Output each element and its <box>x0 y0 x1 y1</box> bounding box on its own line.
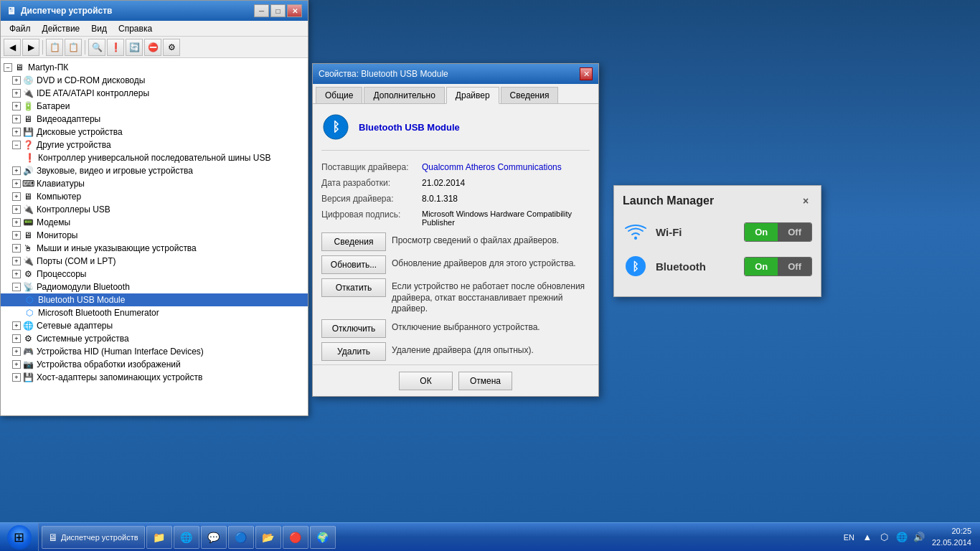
tree-expand-video[interactable]: + <box>12 115 21 123</box>
tree-item-video[interactable]: + 🖥 Видеоадаптеры <box>1 113 308 126</box>
tree-expand-computer[interactable]: + <box>12 192 21 201</box>
details-button[interactable]: Сведения <box>321 232 386 251</box>
tree-item-net[interactable]: + 🌐 Сетевые адаптеры <box>1 319 308 332</box>
toolbar-btn3[interactable]: 🔍 <box>88 39 105 56</box>
tree-expand-bt-radios[interactable]: − <box>12 283 21 291</box>
taskbar-app6[interactable]: 📂 <box>255 526 281 549</box>
toolbar-btn1[interactable]: 📋 <box>46 39 63 56</box>
start-button[interactable]: ⊞ <box>0 523 39 552</box>
lm-close-button[interactable]: × <box>799 194 812 207</box>
tree-item-img[interactable]: + 📷 Устройства обработки изображений <box>1 358 308 371</box>
toolbar-btn6[interactable]: ⛔ <box>144 39 161 56</box>
taskbar-app2[interactable]: 📁 <box>146 526 172 549</box>
tree-root[interactable]: − 🖥 Martyn-ПК <box>1 61 308 74</box>
tree-item-other[interactable]: − ❓ Другие устройства <box>1 138 308 151</box>
tree-expand-root[interactable]: − <box>4 63 12 72</box>
tree-expand-disk[interactable]: + <box>12 128 21 136</box>
menu-view[interactable]: Вид <box>85 22 113 35</box>
tab-driver[interactable]: Драйвер <box>446 87 499 104</box>
prop-close-button[interactable]: ✕ <box>580 67 593 80</box>
tree-expand-battery[interactable]: + <box>12 102 21 110</box>
toolbar-back[interactable]: ◀ <box>4 39 21 56</box>
tab-general[interactable]: Общие <box>316 87 362 103</box>
tab-details[interactable]: Сведения <box>501 87 559 103</box>
minimize-button[interactable]: ─ <box>254 4 269 17</box>
tree-expand-modem[interactable]: + <box>12 218 21 227</box>
tree-item-disk[interactable]: + 💾 Дисковые устройства <box>1 126 308 138</box>
tray-language: EN <box>841 533 857 542</box>
tree-expand-other[interactable]: − <box>12 141 21 149</box>
tree-expand-ports[interactable]: + <box>12 257 21 265</box>
cancel-button[interactable]: Отмена <box>458 372 512 390</box>
tree-icon-ide: 🔌 <box>22 88 34 99</box>
tree-item-ports[interactable]: + 🔌 Порты (COM и LPT) <box>1 255 308 268</box>
rollback-button[interactable]: Откатить <box>321 278 386 297</box>
tree-item-bt-usb[interactable]: ⬡ Bluetooth USB Module <box>1 293 308 306</box>
tree-item-usb[interactable]: + 🔌 Контроллеры USB <box>1 203 308 216</box>
tree-item-monitor[interactable]: + 🖥 Мониторы <box>1 229 308 242</box>
tree-item-battery[interactable]: + 🔋 Батареи <box>1 100 308 113</box>
tree-expand-img[interactable]: + <box>12 360 21 369</box>
tree-item-ide[interactable]: + 🔌 IDE ATA/ATAPI контроллеры <box>1 87 308 100</box>
tree-label-bt-usb: Bluetooth USB Module <box>38 295 125 305</box>
toolbar-btn7[interactable]: ⚙ <box>163 39 180 56</box>
taskbar-app4[interactable]: 💬 <box>201 526 227 549</box>
bluetooth-off-button[interactable]: Off <box>778 258 811 276</box>
toolbar-sep2 <box>85 40 85 55</box>
tray-volume-icon[interactable]: 🔊 <box>912 530 926 545</box>
tree-expand-monitor[interactable]: + <box>12 231 21 240</box>
tree-item-modem[interactable]: + 📟 Модемы <box>1 216 308 229</box>
tree-expand-cpu[interactable]: + <box>12 270 21 278</box>
toolbar-btn5[interactable]: 🔄 <box>126 39 143 56</box>
update-button[interactable]: Обновить... <box>321 255 386 274</box>
tree-item-mouse[interactable]: + 🖱 Мыши и иные указывающие устройства <box>1 242 308 255</box>
menu-action[interactable]: Действие <box>37 22 86 35</box>
tab-additional[interactable]: Дополнительно <box>364 87 444 103</box>
toolbar-btn2[interactable]: 📋 <box>65 39 82 56</box>
tree-item-usb-ctrl[interactable]: ❗ Контроллер универсальной последователь… <box>1 151 308 164</box>
menu-file[interactable]: Файл <box>4 22 37 35</box>
tree-expand-mouse[interactable]: + <box>12 244 21 253</box>
close-button[interactable]: ✕ <box>287 4 302 17</box>
uninstall-button[interactable]: Удалить <box>321 342 386 361</box>
tree-expand-hid[interactable]: + <box>12 347 21 356</box>
tray-network-icon[interactable]: 🌐 <box>895 530 909 545</box>
tree-item-kbd[interactable]: + ⌨ Клавиатуры <box>1 177 308 190</box>
tree-item-cpu[interactable]: + ⚙ Процессоры <box>1 268 308 281</box>
tree-expand-usb[interactable]: + <box>12 205 21 214</box>
taskbar-device-manager[interactable]: 🖥 Диспетчер устройств <box>42 526 145 549</box>
taskbar-app3[interactable]: 🌐 <box>174 526 199 549</box>
tree-icon-usb-ctrl: ❗ <box>24 152 35 164</box>
tree-item-hid[interactable]: + 🎮 Устройства HID (Human Interface Devi… <box>1 345 308 358</box>
tree-expand-sound[interactable]: + <box>12 166 21 175</box>
tree-item-dvd[interactable]: + 💿 DVD и CD-ROM дисководы <box>1 74 308 87</box>
taskbar-app7[interactable]: 🔴 <box>283 526 308 549</box>
tree-expand-ide[interactable]: + <box>12 89 21 98</box>
tree-expand-net[interactable]: + <box>12 321 21 330</box>
taskbar-tasks: 🖥 Диспетчер устройств 📁 🌐 💬 🔵 📂 🔴 <box>39 523 835 551</box>
tree-item-ms-bt[interactable]: ⬡ Microsoft Bluetooth Enumerator <box>1 306 308 319</box>
tree-item-computer[interactable]: + 🖥 Компьютер <box>1 190 308 203</box>
bluetooth-on-button[interactable]: On <box>745 258 778 276</box>
tree-item-sound[interactable]: + 🔊 Звуковые, видео и игровые устройства <box>1 164 308 177</box>
tree-expand-dvd[interactable]: + <box>12 76 21 85</box>
tray-arrow-icon[interactable]: ▲ <box>860 530 875 545</box>
taskbar-app8[interactable]: 🌍 <box>310 526 336 549</box>
tree-expand-kbd[interactable]: + <box>12 179 21 188</box>
menu-help[interactable]: Справка <box>113 22 158 35</box>
maximize-button[interactable]: □ <box>270 4 286 17</box>
toolbar-btn4[interactable]: ❗ <box>107 39 124 56</box>
tree-expand-sys[interactable]: + <box>12 334 21 343</box>
tree-item-storage[interactable]: + 💾 Хост-адаптеры запоминающих устройств <box>1 371 308 384</box>
tree-expand-storage[interactable]: + <box>12 373 21 382</box>
tree-icon-monitor: 🖥 <box>22 230 34 241</box>
tree-item-bt-radios[interactable]: − 📡 Радиомодули Bluetooth <box>1 281 308 293</box>
ok-button[interactable]: ОК <box>399 372 453 390</box>
toolbar-forward[interactable]: ▶ <box>22 39 39 56</box>
tray-bluetooth-icon[interactable]: ⬡ <box>877 530 892 545</box>
wifi-on-button[interactable]: On <box>745 223 778 241</box>
tree-item-sys[interactable]: + ⚙ Системные устройства <box>1 332 308 345</box>
taskbar-app5[interactable]: 🔵 <box>228 526 254 549</box>
disable-button[interactable]: Отключить <box>321 319 386 338</box>
wifi-off-button[interactable]: Off <box>778 223 811 241</box>
